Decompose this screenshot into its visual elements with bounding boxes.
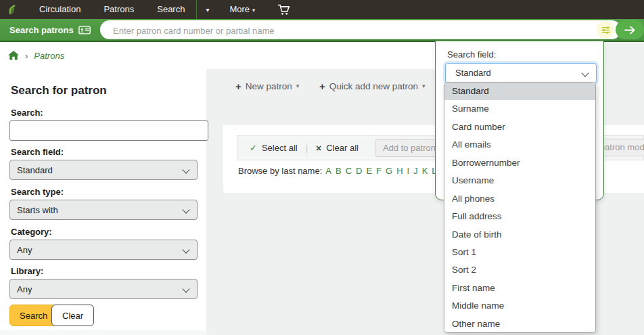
quick-add-new-patron-button[interactable]: + Quick add new patron ▾ — [319, 79, 426, 93]
browse-letter-link[interactable]: E — [365, 166, 373, 176]
search-filter-icon[interactable] — [597, 21, 614, 39]
search-field-option[interactable]: Standard — [444, 83, 595, 100]
check-icon: ✓ — [250, 143, 257, 153]
patron-search-sidebar: Search for patron Search: Search field: … — [0, 69, 206, 330]
clear-button[interactable]: Clear — [51, 305, 94, 326]
quick-add-label: Quick add new patron — [329, 81, 418, 91]
nav-more-label: More — [229, 4, 250, 14]
chevron-down-icon — [182, 246, 189, 253]
patron-search-bar: Search patrons — [0, 19, 644, 42]
browse-letter-link[interactable]: B — [335, 166, 342, 176]
search-field-option[interactable]: Date of birth — [444, 226, 595, 244]
search-button[interactable]: Search — [9, 305, 58, 326]
breadcrumb-separator-icon: › — [25, 51, 28, 61]
nav-more[interactable]: More ▾ — [218, 0, 267, 19]
caret-down-icon: ▾ — [422, 83, 426, 89]
chevron-down-icon — [182, 206, 189, 213]
browse-letter-link[interactable]: D — [355, 166, 363, 176]
home-icon[interactable] — [8, 51, 19, 60]
breadcrumb-current: Patrons — [34, 51, 64, 61]
library-value: Any — [17, 284, 32, 294]
search-type-value: Starts with — [17, 205, 58, 215]
search-field-option[interactable]: Full address — [444, 208, 595, 225]
plus-icon: + — [235, 81, 242, 92]
caret-down-icon: ▾ — [252, 7, 256, 14]
new-patron-label: New patron — [246, 81, 292, 91]
page-title: Search for patron — [11, 84, 107, 97]
new-patron-button[interactable]: + New patron ▾ — [235, 79, 299, 93]
search-field-option[interactable]: Sort 2 — [444, 261, 595, 279]
search-term-input[interactable] — [9, 120, 208, 141]
nav-search[interactable]: Search — [145, 0, 196, 19]
search-type-select[interactable]: Starts with — [9, 200, 198, 220]
id-card-icon — [78, 26, 91, 35]
search-patrons-label: Search patrons — [9, 25, 74, 35]
patron-search-input[interactable] — [112, 22, 534, 39]
chevron-down-icon — [182, 166, 189, 173]
search-field-options-list: StandardSurnameCard numberAll emailsBorr… — [444, 82, 596, 333]
category-value: Any — [17, 245, 32, 255]
popup-search-field-label: Search field: — [447, 49, 496, 60]
arrow-right-icon — [624, 26, 636, 35]
search-field-option[interactable]: First name — [444, 280, 595, 297]
top-navbar: Circulation Patrons Search ▾ More ▾ — [0, 0, 644, 19]
search-type-label: Search type: — [11, 187, 64, 197]
browse-letter-link[interactable]: C — [345, 166, 352, 176]
toolbar-divider: | — [306, 143, 308, 153]
koha-logo-icon — [6, 3, 18, 16]
koha-patron-search-page: Circulation Patrons Search ▾ More ▾ Sear… — [0, 0, 644, 335]
clear-all-button[interactable]: Clear all — [326, 143, 359, 153]
browse-label: Browse by last name: — [238, 166, 322, 176]
search-submit-button[interactable] — [616, 20, 644, 39]
search-field-option[interactable]: Username — [444, 172, 595, 189]
sidebar-footer-strip — [0, 330, 206, 335]
popup-search-field-select[interactable]: Standard — [445, 63, 597, 83]
search-field-option[interactable]: Surname — [444, 100, 595, 118]
library-label: Library: — [11, 266, 43, 276]
category-select[interactable]: Any — [9, 240, 198, 260]
search-field-option[interactable]: All emails — [444, 136, 595, 154]
search-field-option[interactable]: Borrowernumber — [444, 154, 595, 172]
caret-down-icon: ▾ — [296, 83, 300, 89]
library-select[interactable]: Any — [9, 279, 198, 299]
browse-letter-link[interactable]: F — [375, 166, 382, 176]
search-field-select[interactable]: Standard — [9, 160, 198, 180]
breadcrumb: › Patrons — [0, 42, 443, 69]
browse-letter-link[interactable]: K — [421, 166, 429, 176]
nav-dropdown-caret-icon[interactable]: ▾ — [197, 6, 218, 14]
plus-icon: + — [319, 81, 325, 92]
search-field-value: Standard — [17, 165, 53, 175]
browse-letter-link[interactable]: I — [407, 166, 411, 176]
search-field-option[interactable]: Sort 1 — [444, 244, 595, 261]
chevron-down-icon — [182, 285, 189, 292]
browse-by-last-name: Browse by last name: ABCDEFGHIJKLMN — [238, 166, 459, 176]
nav-circulation[interactable]: Circulation — [28, 0, 92, 19]
search-field-label: Search field: — [11, 147, 64, 157]
search-field-option[interactable]: Other name — [444, 315, 595, 333]
search-label: Search: — [11, 108, 43, 118]
nav-patrons[interactable]: Patrons — [92, 0, 145, 19]
category-label: Category: — [11, 227, 52, 237]
select-all-button[interactable]: Select all — [262, 143, 298, 153]
chevron-down-icon — [581, 69, 589, 76]
popup-selected-value: Standard — [455, 68, 491, 78]
browse-letter-link[interactable]: H — [396, 166, 403, 176]
search-field-option[interactable]: All phones — [444, 190, 595, 208]
browse-letter-link[interactable]: A — [325, 166, 332, 176]
x-icon: × — [316, 143, 321, 154]
cart-icon[interactable] — [271, 4, 297, 16]
search-field-option[interactable]: Card number — [444, 118, 595, 136]
search-patrons-tab[interactable]: Search patrons — [9, 19, 91, 41]
browse-letter-link[interactable]: J — [413, 166, 419, 176]
browse-letter-link[interactable]: G — [385, 166, 393, 176]
search-field-option[interactable]: Middle name — [444, 297, 595, 315]
